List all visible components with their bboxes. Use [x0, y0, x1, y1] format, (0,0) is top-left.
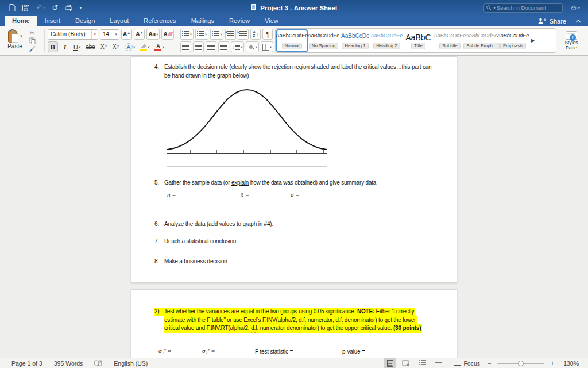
subscript-button[interactable]: X2	[99, 41, 109, 52]
highlight-button[interactable]: ▾	[138, 41, 151, 52]
text-effects-button[interactable]: A▾	[123, 41, 137, 52]
style-subtitle[interactable]: AaBbCcDdEe Subtitle	[434, 29, 466, 52]
focus-mode-button[interactable]: Focus	[454, 360, 480, 367]
font-color-caret-icon[interactable]: ▾	[162, 45, 164, 49]
style-normal[interactable]: AaBbCcDdEe Normal	[276, 29, 308, 52]
paste-dropdown-icon[interactable]: ▾	[20, 34, 22, 39]
field-p-value[interactable]: p-value =	[342, 347, 365, 356]
style-no-spacing[interactable]: AaBbCcDdEe No Spacing	[308, 29, 339, 52]
draft-view-button[interactable]	[432, 358, 444, 368]
group-separator	[177, 29, 177, 52]
doc-item-5: 5.Gather the sample data (or explain how…	[154, 178, 376, 187]
font-color-button[interactable]: A ▾	[153, 41, 165, 52]
zoom-percentage[interactable]: 130%	[560, 360, 579, 367]
tab-review[interactable]: Review	[222, 16, 257, 26]
tab-insert[interactable]: Insert	[37, 16, 68, 26]
copy-icon[interactable]	[29, 37, 36, 44]
zoom-out-button[interactable]: −	[486, 359, 493, 367]
strikethrough-button[interactable]: abe	[84, 41, 97, 52]
tab-mailings[interactable]: Mailings	[184, 16, 222, 26]
style-title[interactable]: AaBbC Title	[403, 29, 434, 52]
show-formatting-marks-button[interactable]: ¶	[262, 29, 273, 40]
font-size-combo[interactable]: 14 ▾	[100, 29, 119, 40]
decrease-indent-button[interactable]: ◂	[225, 29, 236, 40]
share-button[interactable]: Share	[538, 16, 581, 26]
field-f-test-statistic[interactable]: F test statistic =	[255, 347, 293, 356]
shrink-font-button[interactable]: A▼	[134, 29, 145, 40]
print-layout-view-button[interactable]	[384, 358, 396, 368]
line-spacing-button[interactable]: ↕▾	[231, 41, 245, 52]
numbered-list-button[interactable]: ▾	[195, 29, 208, 40]
field-sigma1-squared[interactable]: σ₁² =	[158, 347, 172, 355]
underline-caret-icon[interactable]: ▾	[79, 45, 80, 49]
borders-caret-icon[interactable]: ▾	[270, 45, 272, 49]
multilevel-list-button[interactable]: ▾	[210, 29, 223, 40]
style-heading-2[interactable]: AaBbCcDdEe Heading 2	[371, 29, 403, 52]
undo-dropdown-icon[interactable]: ▾	[43, 6, 45, 10]
align-right-button[interactable]	[206, 41, 216, 52]
change-case-button[interactable]: Aa▾	[146, 29, 160, 40]
styles-gallery-more-icon[interactable]: ▶	[529, 38, 537, 43]
new-document-icon[interactable]	[9, 4, 16, 12]
tab-layout[interactable]: Layout	[102, 16, 136, 26]
shading-caret-icon[interactable]: ▾	[255, 45, 257, 49]
tab-view[interactable]: View	[257, 16, 286, 26]
spellcheck-icon[interactable]: ✗	[94, 360, 102, 366]
field-xbar[interactable]: x̄ =	[241, 190, 249, 199]
zoom-slider-thumb[interactable]	[518, 361, 524, 366]
format-painter-icon[interactable]	[29, 44, 36, 52]
shading-button[interactable]: ▾	[246, 41, 258, 52]
toolbar-options-icon[interactable]: ▾	[79, 6, 82, 10]
feedback-smiley-icon[interactable]: ☺▾	[570, 3, 580, 12]
redo-icon[interactable]: ↺	[52, 4, 58, 12]
zoom-slider[interactable]	[497, 363, 544, 364]
field-sigma2-squared[interactable]: σ₂² =	[202, 347, 215, 355]
superscript-button[interactable]: X2	[111, 41, 121, 52]
borders-icon	[262, 44, 269, 51]
sort-button[interactable]: AZ↓	[250, 29, 261, 40]
align-left-button[interactable]	[180, 41, 191, 52]
zoom-in-button[interactable]: +	[549, 359, 556, 367]
bulleted-list-button[interactable]: ▾	[180, 29, 194, 40]
borders-button[interactable]: ▾	[261, 41, 273, 52]
styles-pane-button[interactable]: 1 Styles Pane	[558, 28, 585, 53]
bold-button[interactable]: B	[48, 41, 58, 52]
web-layout-view-button[interactable]	[400, 358, 412, 368]
style-subtle-emphasis[interactable]: AaBbCcDdEe Subtle Emph...	[466, 29, 497, 52]
search-input[interactable]	[497, 5, 560, 11]
field-n[interactable]: n =	[167, 190, 176, 199]
align-center-button[interactable]	[193, 41, 204, 52]
field-sigma[interactable]: σ =	[291, 190, 300, 199]
tab-home[interactable]: Home	[5, 16, 37, 26]
italic-button[interactable]: I	[60, 41, 70, 52]
page-count[interactable]: Page 1 of 3	[11, 360, 42, 367]
tab-design[interactable]: Design	[68, 16, 102, 26]
font-name-combo[interactable]: Calibri (Body) ▾	[48, 29, 98, 40]
save-icon[interactable]	[22, 5, 29, 12]
undo-icon[interactable]: ↶▾	[36, 4, 45, 12]
search-box[interactable]: ▾	[483, 3, 563, 13]
outline-view-button[interactable]	[416, 358, 428, 368]
tab-references[interactable]: References	[136, 16, 183, 26]
document-page-1[interactable]: 4.Establish the decision rule (clearly s…	[131, 56, 457, 283]
cut-icon[interactable]: ✂	[29, 29, 36, 37]
collapse-ribbon-icon[interactable]	[575, 20, 581, 23]
share-label: Share	[550, 18, 566, 25]
view-switcher	[384, 358, 444, 368]
document-page-2[interactable]: 2)Test whether the variances are equal i…	[131, 289, 457, 358]
highlight-caret-icon[interactable]: ▾	[148, 45, 149, 49]
justify-button[interactable]	[218, 41, 229, 52]
document-canvas[interactable]: 4.Establish the decision rule (clearly s…	[0, 56, 588, 358]
style-emphasis[interactable]: AaBbCcDdEe Emphasis	[497, 29, 529, 52]
increase-indent-button[interactable]: ▸	[238, 29, 249, 40]
grow-font-button[interactable]: A▲	[121, 29, 132, 40]
style-heading-1[interactable]: AaBbCcDc Heading 1	[339, 29, 371, 52]
language-indicator[interactable]: English (US)	[114, 360, 148, 367]
word-count[interactable]: 395 Words	[54, 360, 83, 367]
normal-curve-figure[interactable]	[166, 83, 328, 169]
print-icon[interactable]	[65, 5, 72, 12]
search-scope-caret-icon[interactable]: ▾	[493, 6, 496, 10]
clear-formatting-button[interactable]: A	[161, 29, 173, 40]
underline-button[interactable]: U▾	[72, 41, 82, 52]
paste-button[interactable]: ▾ Paste	[3, 28, 26, 53]
